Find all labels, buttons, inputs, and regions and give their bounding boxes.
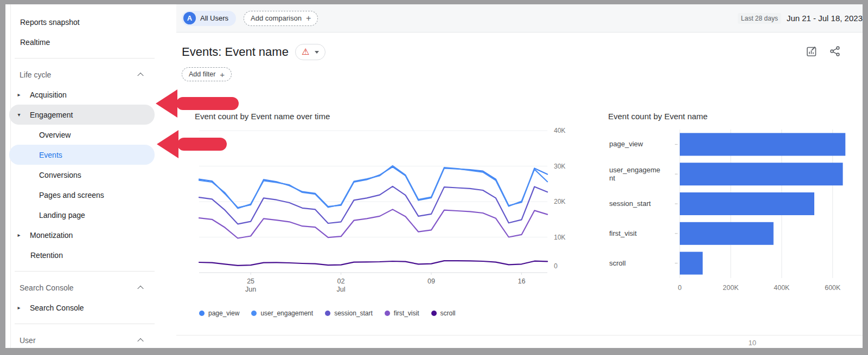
sidebar-item-landing-page[interactable]: Landing page — [5, 205, 176, 225]
legend-item-user-engagement[interactable]: user_engagement — [251, 309, 313, 317]
sidebar-item-acquisition[interactable]: ▸Acquisition — [5, 85, 176, 105]
svg-text:25: 25 — [247, 277, 254, 285]
legend-dot — [385, 311, 390, 316]
chevron-up-icon[interactable] — [137, 338, 143, 344]
sidebar-item-label: Acquisition — [30, 91, 67, 99]
svg-text:scroll: scroll — [609, 259, 626, 267]
sidebar-item-label: Overview — [39, 131, 71, 139]
legend-item-scroll[interactable]: scroll — [431, 309, 456, 317]
plus-icon: + — [306, 14, 311, 23]
sidebar-item-realtime[interactable]: Realtime — [5, 32, 176, 52]
sidebar-item-label: Life cycle — [20, 70, 51, 79]
sidebar-item-label: Retention — [30, 251, 63, 260]
sidebar-nav: Reports snapshotRealtimeLife cycle▸Acqui… — [5, 4, 176, 348]
legend-item-page-view[interactable]: page_view — [199, 309, 239, 317]
filter-row: Add filter + — [182, 67, 863, 81]
chevron-up-icon[interactable] — [137, 72, 143, 78]
sidebar-item-events[interactable]: Events — [9, 145, 155, 165]
charts-row: Event count by Event name over time 010K… — [195, 112, 863, 317]
svg-text:nt: nt — [609, 174, 615, 182]
date-range[interactable]: Jun 21 - Jul 18, 2023 — [787, 14, 863, 23]
sidebar-item-label: User — [20, 336, 36, 345]
svg-text:16: 16 — [518, 277, 525, 285]
chevron-down-icon — [315, 51, 319, 54]
add-filter-button[interactable]: Add filter + — [182, 67, 232, 81]
all-users-label: All Users — [200, 14, 228, 22]
plus-icon: + — [220, 70, 225, 79]
sidebar-item-conversions[interactable]: Conversions — [5, 165, 176, 185]
sidebar-divider — [15, 271, 155, 272]
sidebar-item-label: Conversions — [39, 171, 81, 179]
table-footer-cutoff: 10 — [176, 335, 863, 348]
sidebar-item-label: Search Console — [30, 304, 84, 312]
add-comparison-label: Add comparison — [251, 14, 302, 22]
warning-icon: ⚠ — [302, 48, 309, 56]
legend-label: scroll — [441, 309, 456, 317]
sidebar-item-life-cycle[interactable]: Life cycle — [5, 64, 176, 85]
svg-text:400K: 400K — [774, 284, 790, 292]
app-window: Reports snapshotRealtimeLife cycle▸Acqui… — [5, 4, 863, 348]
triangle-down-icon[interactable]: ▾ — [16, 112, 22, 118]
sidebar-divider — [15, 58, 155, 59]
sidebar-item-reports-snapshot[interactable]: Reports snapshot — [5, 12, 176, 32]
sidebar-divider — [15, 324, 155, 324]
legend-dot — [251, 311, 257, 316]
svg-text:30K: 30K — [554, 163, 565, 170]
sidebar-item-label: Search Console — [20, 283, 74, 292]
legend-item-first-visit[interactable]: first_visit — [385, 309, 419, 317]
svg-text:09: 09 — [427, 277, 435, 285]
add-comparison-button[interactable]: Add comparison + — [244, 11, 318, 26]
legend-label: user_engagement — [260, 309, 313, 317]
svg-text:user_engageme: user_engageme — [609, 166, 660, 174]
sidebar-item-label: Realtime — [20, 38, 50, 47]
share-icon[interactable] — [829, 46, 841, 57]
svg-text:200K: 200K — [723, 284, 739, 292]
add-filter-label: Add filter — [189, 70, 215, 78]
legend-label: page_view — [208, 309, 239, 317]
customize-report-icon[interactable] — [806, 46, 818, 57]
legend-label: first_visit — [394, 309, 419, 317]
bar-chart[interactable]: 0200K400K600Kpage_viewuser_engagementses… — [608, 125, 863, 304]
main-content: A All Users Add comparison + Last 28 day… — [176, 4, 863, 348]
svg-text:10K: 10K — [554, 234, 565, 241]
svg-text:page_view: page_view — [609, 140, 643, 148]
sidebar-item-label: Monetization — [30, 231, 73, 240]
sidebar-item-search-console[interactable]: ▸Search Console — [5, 298, 176, 318]
data-quality-dropdown[interactable]: ⚠ — [295, 44, 326, 60]
sidebar-item-label: Landing page — [39, 211, 85, 220]
legend-dot — [199, 311, 205, 316]
sidebar-item-label: Engagement — [30, 111, 73, 119]
sidebar-item-engagement[interactable]: ▾Engagement — [9, 105, 155, 125]
sidebar-item-retention[interactable]: Retention — [5, 245, 176, 265]
sidebar-item-search-console[interactable]: Search Console — [5, 277, 176, 298]
svg-text:Jun: Jun — [245, 286, 256, 293]
sidebar-item-user[interactable]: User — [5, 330, 176, 348]
legend-item-session-start[interactable]: session_start — [325, 309, 373, 317]
legend-label: session_start — [334, 309, 373, 317]
legend-dot — [325, 311, 330, 316]
page-title: Events: Event name — [182, 45, 289, 59]
svg-text:0: 0 — [554, 262, 558, 270]
date-picker[interactable]: Last 28 days Jun 21 - Jul 18, 2023 — [738, 13, 863, 24]
svg-text:600K: 600K — [825, 284, 841, 292]
legend-dot — [431, 311, 437, 316]
triangle-right-icon[interactable]: ▸ — [16, 232, 22, 238]
chevron-up-icon[interactable] — [137, 285, 143, 291]
svg-text:Jul: Jul — [337, 286, 346, 293]
triangle-right-icon[interactable]: ▸ — [16, 92, 22, 98]
sidebar-item-monetization[interactable]: ▸Monetization — [5, 225, 176, 245]
all-users-chip[interactable]: A All Users — [182, 11, 236, 26]
svg-text:session_start: session_start — [609, 199, 651, 208]
svg-text:first_visit: first_visit — [609, 229, 637, 237]
sidebar-item-pages-and-screens[interactable]: Pages and screens — [5, 185, 176, 205]
audience-avatar: A — [183, 12, 196, 24]
rows-per-page-value[interactable]: 10 — [749, 339, 756, 347]
sidebar-item-overview[interactable]: Overview — [5, 125, 176, 145]
line-chart-title: Event count by Event name over time — [195, 112, 575, 121]
svg-text:0: 0 — [678, 284, 682, 292]
triangle-right-icon[interactable]: ▸ — [16, 305, 22, 311]
line-chart[interactable]: 010K20K30K40K25Jun02Jul0916 — [195, 125, 575, 304]
line-chart-legend: page_viewuser_engagementsession_startfir… — [195, 309, 575, 317]
report-title-row: Events: Event name ⚠ — [182, 43, 863, 61]
date-preset-label: Last 28 days — [738, 13, 781, 24]
